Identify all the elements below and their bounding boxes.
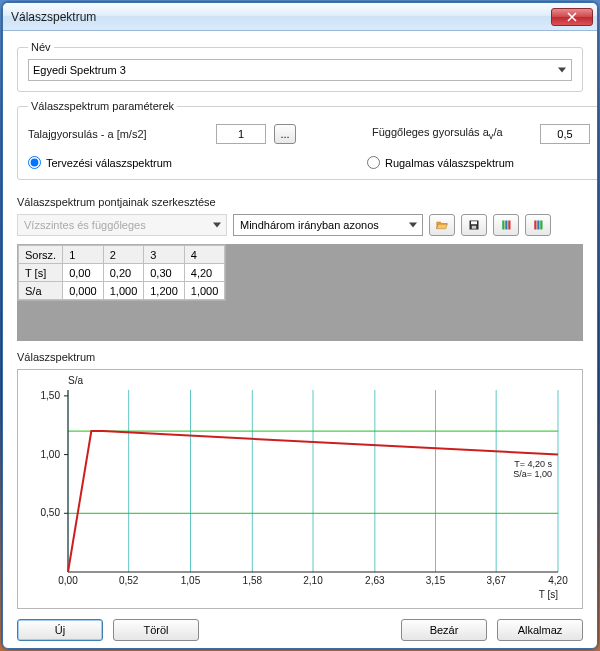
table-row: S/a 0,000 1,000 1,200 1,000 (19, 282, 225, 300)
ground-accel-input[interactable] (216, 124, 266, 144)
elastic-spectrum-radio[interactable]: Rugalmas válaszspektrum (367, 156, 514, 169)
edit-group: Válaszspektrum pontjainak szerkesztése V… (17, 188, 583, 341)
svg-rect-2 (472, 226, 477, 229)
params-legend: Válaszspektrum paraméterek (28, 100, 177, 112)
tool2-button[interactable] (525, 214, 551, 236)
close-icon (567, 12, 577, 22)
tool1-button[interactable] (493, 214, 519, 236)
chart-heading: Válaszspektrum (17, 351, 583, 363)
accel-more-button[interactable]: ... (274, 124, 296, 144)
svg-text:0,50: 0,50 (41, 507, 61, 518)
name-legend: Név (28, 41, 54, 53)
table-row: T [s] 0,00 0,20 0,30 4,20 (19, 264, 225, 282)
folder-open-icon (436, 218, 448, 232)
orient-combo-disabled: Vízszintes és függőleges (17, 214, 227, 236)
chart-canvas: S/a0,000,521,051,582,102,633,153,674,200… (18, 370, 578, 606)
svg-rect-3 (502, 221, 504, 230)
open-button[interactable] (429, 214, 455, 236)
dialog-window: Válaszspektrum Név Egyedi Spektrum 3 Vál… (2, 2, 598, 649)
svg-text:0,00: 0,00 (58, 575, 78, 586)
close-dialog-button[interactable]: Bezár (401, 619, 487, 641)
ellipsis-icon: ... (280, 128, 289, 140)
spectrum-tool1-icon (500, 218, 512, 232)
svg-text:2,63: 2,63 (365, 575, 385, 586)
svg-text:4,20: 4,20 (548, 575, 568, 586)
svg-rect-6 (534, 221, 536, 230)
edit-heading: Válaszspektrum pontjainak szerkesztése (17, 196, 583, 208)
svg-text:1,00: 1,00 (41, 449, 61, 460)
close-button[interactable] (551, 8, 593, 26)
svg-text:S/a: S/a (68, 375, 83, 386)
spectrum-table[interactable]: Sorsz. 1 2 3 4 T [s] 0,00 0,20 0,30 4,20 (17, 244, 226, 301)
name-group: Név Egyedi Spektrum 3 (17, 41, 583, 92)
save-button[interactable] (461, 214, 487, 236)
window-title: Válaszspektrum (11, 10, 551, 24)
row-header: S/a (19, 282, 63, 300)
svg-rect-4 (505, 221, 507, 230)
row-header: Sorsz. (19, 246, 63, 264)
svg-text:S/a= 1,00: S/a= 1,00 (513, 469, 552, 479)
apply-button[interactable]: Alkalmaz (497, 619, 583, 641)
svg-text:1,05: 1,05 (181, 575, 201, 586)
spectrum-tool2-icon (532, 218, 544, 232)
svg-rect-1 (471, 221, 477, 224)
params-group: Válaszspektrum paraméterek Talajgyorsulá… (17, 100, 598, 180)
svg-text:3,67: 3,67 (486, 575, 506, 586)
svg-rect-8 (540, 221, 542, 230)
direction-combo[interactable]: Mindhárom irányban azonos (233, 214, 423, 236)
titlebar: Válaszspektrum (3, 3, 597, 31)
svg-rect-7 (537, 221, 539, 230)
svg-text:1,58: 1,58 (243, 575, 263, 586)
row-header: T [s] (19, 264, 63, 282)
vert-accel-label: Függőleges gyorsulás av/a (372, 126, 532, 141)
spectrum-chart: S/a0,000,521,051,582,102,633,153,674,200… (17, 369, 583, 609)
vert-accel-input[interactable] (540, 124, 590, 144)
svg-rect-5 (508, 221, 510, 230)
svg-text:T= 4,20 s: T= 4,20 s (514, 459, 552, 469)
ground-accel-label: Talajgyorsulás - a [m/s2] (28, 128, 208, 140)
new-button[interactable]: Új (17, 619, 103, 641)
svg-text:0,52: 0,52 (119, 575, 139, 586)
design-spectrum-radio[interactable]: Tervezési válaszspektrum (28, 156, 172, 169)
floppy-disk-icon (468, 218, 480, 232)
table-row: Sorsz. 1 2 3 4 (19, 246, 225, 264)
svg-text:3,15: 3,15 (426, 575, 446, 586)
svg-text:1,50: 1,50 (41, 390, 61, 401)
delete-button[interactable]: Töröl (113, 619, 199, 641)
svg-text:T [s]: T [s] (539, 589, 558, 600)
name-select[interactable]: Egyedi Spektrum 3 (28, 59, 572, 81)
svg-text:2,10: 2,10 (303, 575, 323, 586)
